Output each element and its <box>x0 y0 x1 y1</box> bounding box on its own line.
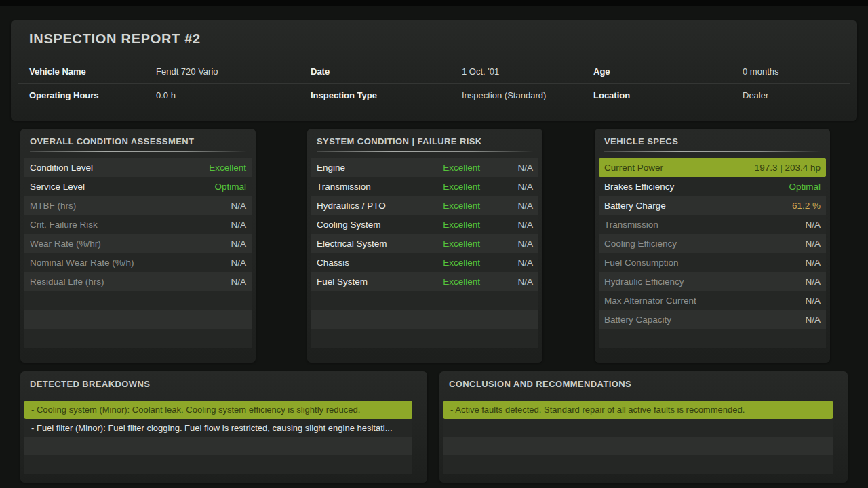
row-label: Engine <box>317 163 419 173</box>
conclusion-item-selected[interactable]: - Active faults detected. Standard repai… <box>443 401 833 419</box>
row-value: N/A <box>231 220 246 230</box>
empty-row <box>24 455 412 474</box>
stat-row[interactable]: Wear Rate (%/hr)N/A <box>24 234 252 253</box>
risk-value: N/A <box>480 258 533 268</box>
info-value-location: Dealer <box>743 90 768 100</box>
row-value: N/A <box>805 258 821 268</box>
row-label: Hydraulic Efficiency <box>604 277 805 287</box>
info-value-operating-hours: 0.0 h <box>156 90 176 100</box>
spec-row[interactable]: Fuel ConsumptionN/A <box>599 253 826 272</box>
risk-value: N/A <box>480 239 533 249</box>
condition-value: Excellent <box>419 277 480 287</box>
panel-title: DETECTED BREAKDOWNS <box>20 371 427 389</box>
spec-row[interactable]: Hydraulic EfficiencyN/A <box>599 272 826 291</box>
title-divider <box>604 151 821 152</box>
row-value: N/A <box>231 201 246 211</box>
row-value: 197.3 | 203.4 hp <box>755 163 821 173</box>
row-value: N/A <box>805 314 821 325</box>
row-value: N/A <box>805 277 821 287</box>
spec-row[interactable]: Battery Charge61.2 % <box>599 196 826 215</box>
stat-row[interactable]: Nominal Wear Rate (%/h)N/A <box>24 253 252 272</box>
overall-rows: Condition LevelExcellent Service LevelOp… <box>24 158 252 348</box>
row-label: Electrical System <box>317 239 419 249</box>
row-value: N/A <box>805 220 821 230</box>
stat-row[interactable]: Condition LevelExcellent <box>24 158 252 177</box>
system-row[interactable]: Fuel SystemExcellentN/A <box>311 272 538 291</box>
condition-value: Excellent <box>419 163 480 173</box>
row-label: Battery Charge <box>604 201 792 211</box>
breakdown-item-selected[interactable]: - Cooling system (Minor): Coolant leak. … <box>24 401 412 419</box>
risk-value: N/A <box>480 182 533 192</box>
system-row[interactable]: Hydraulics / PTOExcellentN/A <box>311 196 538 215</box>
info-label-vehicle-name: Vehicle Name <box>29 66 86 77</box>
info-value-vehicle-name: Fendt 720 Vario <box>156 66 218 77</box>
overall-condition-panel: OVERALL CONDITION ASSESSMENT Condition L… <box>20 129 256 363</box>
row-label: Battery Capacity <box>604 314 805 325</box>
row-label: Fuel Consumption <box>604 258 805 268</box>
spec-row[interactable]: Brakes EfficiencyOptimal <box>599 177 826 196</box>
stat-row[interactable]: Crit. Failure RiskN/A <box>24 215 252 234</box>
system-row[interactable]: Cooling SystemExcellentN/A <box>311 215 538 234</box>
spec-row-highlighted[interactable]: Current Power197.3 | 203.4 hp <box>599 158 826 177</box>
row-value: Optimal <box>789 182 821 192</box>
row-label: Condition Level <box>30 163 209 173</box>
row-label: Max Alternator Current <box>604 296 805 306</box>
row-label: Transmission <box>604 220 805 230</box>
row-label: Residual Life (hrs) <box>30 277 231 287</box>
spec-row[interactable]: Max Alternator CurrentN/A <box>599 291 826 310</box>
row-value: 61.2 % <box>792 201 821 211</box>
detected-breakdowns-panel: DETECTED BREAKDOWNS - Cooling system (Mi… <box>20 371 427 483</box>
row-value: N/A <box>805 296 821 306</box>
risk-value: N/A <box>480 277 533 287</box>
stat-row[interactable]: MTBF (hrs)N/A <box>24 196 252 215</box>
empty-row <box>443 455 833 474</box>
empty-row <box>599 329 826 348</box>
info-value-date: 1 Oct. '01 <box>462 66 499 77</box>
system-row[interactable]: TransmissionExcellentN/A <box>311 177 538 196</box>
info-label-location: Location <box>593 90 630 100</box>
header-info-row: Vehicle Name Fendt 720 Vario Date 1 Oct.… <box>11 60 857 82</box>
breakdowns-list: - Cooling system (Minor): Coolant leak. … <box>24 401 412 474</box>
row-value: Excellent <box>209 163 246 173</box>
risk-value: N/A <box>480 163 533 173</box>
row-value: N/A <box>231 239 246 249</box>
system-row[interactable]: ChassisExcellentN/A <box>311 253 538 272</box>
row-label: Crit. Failure Risk <box>30 220 231 230</box>
panel-title: CONCLUSION AND RECOMMENDATIONS <box>439 371 848 389</box>
title-divider <box>30 394 418 394</box>
spec-row[interactable]: Cooling EfficiencyN/A <box>599 234 826 253</box>
title-divider <box>317 151 533 152</box>
row-label: Cooling System <box>317 220 419 230</box>
row-value: N/A <box>805 239 821 249</box>
empty-row <box>24 329 252 348</box>
title-divider <box>30 151 246 152</box>
header-info-row: Operating Hours 0.0 h Inspection Type In… <box>11 84 857 106</box>
breakdown-item[interactable]: - Fuel filter (Minor): Fuel filter clogg… <box>24 419 412 437</box>
info-label-inspection-type: Inspection Type <box>311 90 377 100</box>
empty-row <box>311 310 538 329</box>
system-row[interactable]: EngineExcellentN/A <box>311 158 538 177</box>
spec-row[interactable]: Battery CapacityN/A <box>599 310 826 329</box>
empty-row <box>311 329 538 348</box>
row-value: N/A <box>231 277 246 287</box>
info-value-age: 0 months <box>743 66 778 77</box>
empty-row <box>443 419 833 437</box>
panel-title: OVERALL CONDITION ASSESSMENT <box>20 129 256 146</box>
report-header-panel: INSPECTION REPORT #2 Vehicle Name Fendt … <box>11 20 857 121</box>
specs-rows: Current Power197.3 | 203.4 hp Brakes Eff… <box>599 158 826 348</box>
panel-title: SYSTEM CONDITION | FAILURE RISK <box>307 129 542 146</box>
empty-row <box>311 291 538 310</box>
row-label: Current Power <box>604 163 755 173</box>
row-value: Optimal <box>214 182 246 192</box>
empty-row <box>24 291 252 310</box>
row-label: Cooling Efficiency <box>604 239 805 249</box>
row-label: Fuel System <box>317 277 419 287</box>
empty-row <box>443 437 833 455</box>
system-rows: EngineExcellentN/A TransmissionExcellent… <box>311 158 538 348</box>
stat-row[interactable]: Residual Life (hrs)N/A <box>24 272 252 291</box>
spec-row[interactable]: TransmissionN/A <box>599 215 826 234</box>
info-label-date: Date <box>311 66 330 77</box>
stat-row[interactable]: Service LevelOptimal <box>24 177 252 196</box>
row-label: Transmission <box>317 182 419 192</box>
system-row[interactable]: Electrical SystemExcellentN/A <box>311 234 538 253</box>
